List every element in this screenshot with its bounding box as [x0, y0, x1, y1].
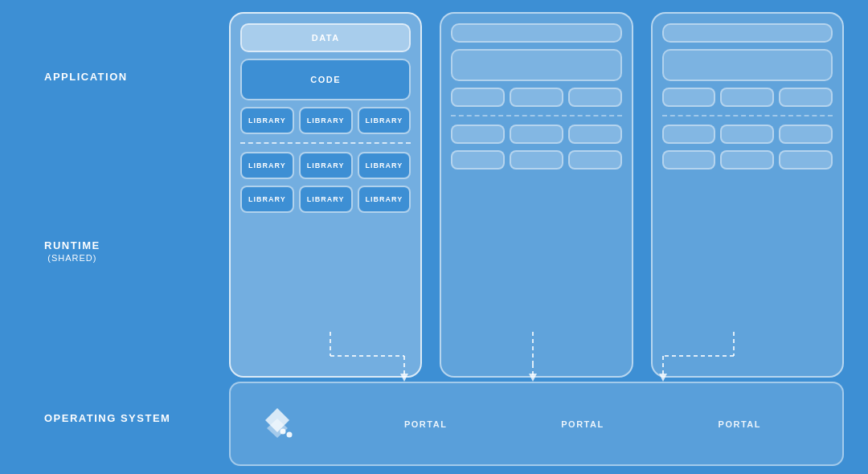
library-row-bot-1: LIBRARY LIBRARY LIBRARY [240, 186, 411, 213]
library-row-bot-2 [451, 150, 621, 170]
library-box-g3-6 [779, 125, 833, 144]
runtime-text: RUNTIME [44, 239, 100, 251]
library-box-g2-4 [451, 125, 505, 144]
code-block-3 [662, 49, 833, 81]
library-box-1-2: LIBRARY [299, 107, 353, 134]
container-1: DATA CODE LIBRARY LIBRARY LIBRARY LIBRAR… [229, 12, 422, 378]
container-3 [651, 12, 844, 378]
library-box-g3-3 [779, 88, 833, 107]
data-block-1: DATA [240, 23, 411, 52]
runtime-label: RUNTIME (SHARED) [44, 239, 100, 263]
portal-2: PORTAL [561, 419, 604, 429]
library-box-g3-9 [779, 150, 833, 170]
library-box-3-1: LIBRARY [240, 186, 294, 213]
library-box-2-1: LIBRARY [240, 152, 294, 179]
library-box-g3-8 [720, 150, 774, 170]
library-row-top-1: LIBRARY LIBRARY LIBRARY [240, 107, 411, 134]
svg-point-14 [286, 431, 292, 437]
library-row-bot-3 [662, 150, 833, 170]
library-row-mid-3 [662, 125, 833, 144]
os-label: OPERATING SYSTEM [44, 412, 170, 424]
portal-3: PORTAL [719, 419, 761, 429]
library-box-1-1: LIBRARY [240, 107, 294, 134]
library-row-mid-1: LIBRARY LIBRARY LIBRARY [240, 152, 411, 179]
library-box-2-2: LIBRARY [299, 152, 353, 179]
portal-1: PORTAL [404, 419, 447, 429]
library-box-3-3: LIBRARY [358, 186, 411, 213]
dashed-divider-3 [662, 115, 833, 116]
dashed-divider-2 [451, 115, 621, 116]
os-bar: PORTAL PORTAL PORTAL [229, 382, 844, 466]
dashed-divider-1 [240, 142, 411, 144]
svg-marker-3 [400, 374, 408, 382]
library-row-mid-2 [451, 125, 621, 144]
library-box-g3-7 [662, 150, 716, 170]
portals-container: PORTAL PORTAL PORTAL [299, 419, 818, 429]
runtime-sub-text: (SHARED) [44, 253, 100, 263]
connecting-arrows [229, 332, 836, 384]
library-box-g2-1 [451, 88, 505, 107]
application-label: APPLICATION [44, 71, 128, 83]
library-box-g2-7 [451, 150, 505, 170]
library-row-top-2 [451, 88, 621, 107]
library-row-top-3 [662, 88, 833, 107]
os-logo [255, 402, 299, 446]
library-box-g3-5 [720, 125, 774, 144]
library-box-g2-2 [510, 88, 563, 107]
code-block-1: CODE [240, 59, 411, 100]
container-2 [440, 12, 633, 378]
data-block-3 [662, 23, 833, 43]
library-box-g2-6 [568, 125, 622, 144]
library-box-3-2: LIBRARY [299, 186, 353, 213]
library-box-2-3: LIBRARY [358, 152, 411, 179]
data-block-2 [451, 23, 621, 43]
library-box-1-3: LIBRARY [358, 107, 411, 134]
svg-marker-10 [659, 374, 667, 382]
library-box-g2-5 [510, 125, 563, 144]
svg-point-13 [280, 428, 285, 434]
library-box-g3-1 [662, 88, 716, 107]
library-box-g3-4 [662, 125, 716, 144]
library-box-g2-8 [510, 150, 563, 170]
svg-marker-6 [529, 374, 537, 382]
library-box-g3-2 [720, 88, 774, 107]
library-box-g2-9 [568, 150, 622, 170]
library-box-g2-3 [568, 88, 622, 107]
containers-area: DATA CODE LIBRARY LIBRARY LIBRARY LIBRAR… [229, 12, 844, 378]
logo-icon [257, 404, 297, 444]
code-block-2 [451, 49, 621, 81]
